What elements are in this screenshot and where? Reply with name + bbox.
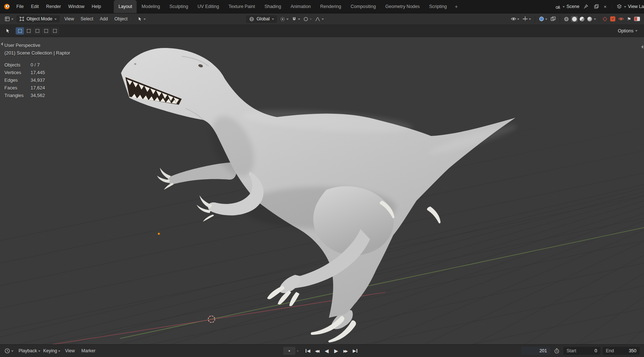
scene-icon [555,4,561,9]
tab-compositing[interactable]: Compositing [346,0,381,13]
select-mode-subtract[interactable] [33,27,42,35]
proportional-editing-toggle[interactable] [302,16,313,23]
select-mode-segments [16,27,59,35]
red-checkbox-icon: ✓ [610,16,615,21]
sidebar-toggle-arrow[interactable] [641,45,643,49]
previous-keyframe-button[interactable]: ◀◀ [313,347,322,355]
magnet-icon [291,16,297,22]
shading-solid-button[interactable] [571,16,578,22]
menu-view[interactable]: View [61,15,77,23]
menu-help[interactable]: Help [88,3,104,11]
active-tool-dropdown[interactable] [136,16,147,22]
menu-add[interactable]: Add [97,15,111,23]
active-tool-icon-button[interactable] [4,27,12,34]
tab-rendering[interactable]: Rendering [315,0,346,13]
editor-type-dropdown[interactable] [3,15,15,23]
menu-window[interactable]: Window [65,3,88,11]
stat-faces: Faces17,624 [4,84,70,92]
auto-keyframe-button[interactable]: ● [283,347,295,355]
view-layer-name[interactable]: View La [628,4,644,9]
frame-start-field[interactable]: Start 0 [563,347,600,355]
stat-triangles: Triangles34,562 [4,92,70,99]
select-mode-intersect[interactable] [51,27,59,35]
shading-rendered-button[interactable] [586,16,593,22]
orientation-dropdown[interactable]: Global [246,15,277,23]
toolbar-toggle-arrow[interactable] [1,42,3,46]
next-keyframe-button[interactable]: ▶▶ [341,347,350,355]
view-layer-selector[interactable]: View La [616,4,644,9]
annotation-flag-toggle[interactable]: ⚑ [626,16,632,23]
proportional-circle-icon [303,16,309,22]
jump-to-start-button[interactable]: ◀ [303,347,312,355]
options-label: Options [618,28,633,33]
filter-check-toggle[interactable]: ✓ [609,16,616,22]
tab-texture-paint[interactable]: Texture Paint [224,0,260,13]
new-scene-button[interactable] [592,3,600,10]
unlink-scene-button[interactable]: × [603,4,607,9]
tab-scripting[interactable]: Scripting [424,0,452,13]
frame-end-field[interactable]: End 350 [603,347,640,355]
clock-icon [4,348,10,354]
playback-menu[interactable]: Playback [17,348,42,354]
show-gizmo-dropdown[interactable] [521,15,532,23]
show-overlays-dropdown[interactable] [538,15,548,23]
tab-animation[interactable]: Animation [286,0,316,13]
x-axis-line [0,292,385,344]
auto-key-dropdown[interactable] [297,350,299,353]
tab-geometry-nodes[interactable]: Geometry Nodes [381,0,424,13]
context-label: (201) Scene Collection | Raptor [4,49,70,57]
menu-render[interactable]: Render [43,3,64,11]
mode-dropdown[interactable]: Object Mode [16,15,60,23]
orientation-label: Global [257,16,270,21]
tab-uv-editing[interactable]: UV Editing [193,0,224,13]
origin-point[interactable] [158,233,160,235]
tab-shading[interactable]: Shading [260,0,286,13]
tab-sculpting[interactable]: Sculpting [165,0,193,13]
menu-object[interactable]: Object [111,15,131,23]
current-frame-field[interactable]: 201 [521,347,550,355]
raptor-model[interactable] [121,48,519,342]
add-workspace-button[interactable]: + [451,0,461,13]
tool-settings-bar: Options [0,25,644,37]
topbar: File Edit Render Window Help Layout Mode… [0,0,644,13]
view-layer-icon [616,4,622,9]
play-reverse-button[interactable]: ◀ [322,347,331,355]
tab-layout[interactable]: Layout [114,0,137,13]
shading-dropdown[interactable] [594,19,596,21]
pin-scene-button[interactable] [582,3,590,10]
object-visibility-dropdown[interactable] [510,15,520,23]
select-mode-new[interactable] [16,27,24,35]
keying-menu[interactable]: Keying [42,348,62,354]
use-preview-range-button[interactable] [552,347,561,354]
scene-selector[interactable]: Scene [555,4,579,9]
select-mode-extend[interactable] [24,27,33,35]
scene-name[interactable]: Scene [567,4,579,9]
jump-to-end-button[interactable]: ▶ [351,347,359,355]
3d-viewport[interactable]: User Perspective (201) Scene Collection … [0,37,644,344]
menu-edit[interactable]: Edit [28,3,42,11]
workspace-tabs: Layout Modeling Sculpting UV Editing Tex… [114,0,461,13]
toggle-xray-button[interactable] [549,15,557,23]
proportional-falloff-dropdown[interactable] [313,16,325,23]
timeline-marker-menu[interactable]: Marker [78,347,99,355]
shading-wireframe-button[interactable] [563,16,570,23]
tab-modeling[interactable]: Modeling [137,0,165,13]
viewport-canvas[interactable] [0,37,644,344]
pin-icon [583,4,588,9]
filter-visibility-toggle[interactable] [617,15,625,23]
duplicate-icon [594,4,599,9]
shading-material-button[interactable] [579,16,585,22]
timeline-view-menu[interactable]: View [62,347,78,355]
blender-logo-icon[interactable] [3,3,11,11]
options-dropdown[interactable]: Options [615,27,640,35]
menu-file[interactable]: File [13,3,27,11]
display-mode-toggle[interactable] [633,16,641,22]
snap-toggle[interactable] [290,16,302,23]
timeline-editor-type-dropdown[interactable] [3,347,15,354]
pivot-point-dropdown[interactable] [278,16,290,23]
menu-select[interactable]: Select [77,15,97,23]
filter-diamond-toggle[interactable] [601,16,608,22]
viewport-header: Object Mode View Select Add Object Globa… [0,13,644,25]
play-button[interactable]: ▶ [332,347,341,355]
select-mode-invert[interactable] [42,27,51,35]
